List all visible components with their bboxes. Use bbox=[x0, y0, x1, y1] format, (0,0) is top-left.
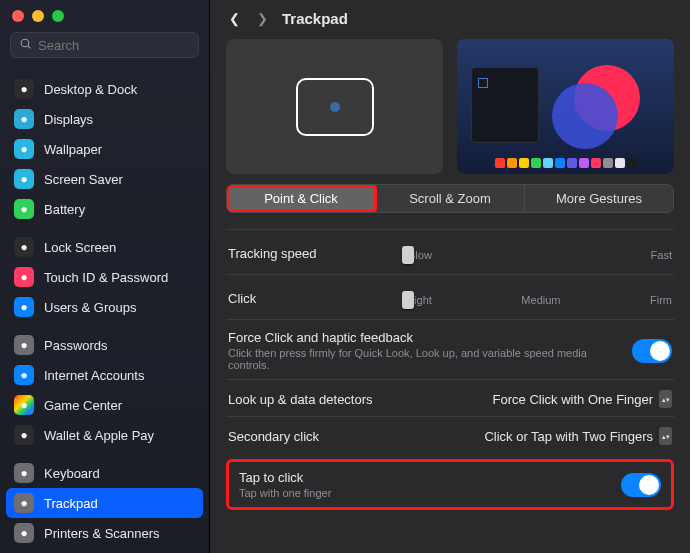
keyboard-icon: ● bbox=[14, 463, 34, 483]
sidebar-item-lock-screen[interactable]: ●Lock Screen bbox=[6, 232, 203, 262]
click-label: Click bbox=[228, 291, 398, 306]
lookup-value: Force Click with One Finger bbox=[493, 392, 653, 407]
users-icon: ● bbox=[14, 297, 34, 317]
wallpaper-icon: ● bbox=[14, 139, 34, 159]
sidebar-item-label: Wallet & Apple Pay bbox=[44, 428, 154, 443]
sidebar: ●Desktop & Dock●Displays●Wallpaper●Scree… bbox=[0, 0, 210, 553]
trackpad-icon: ● bbox=[14, 493, 34, 513]
sidebar-item-label: Trackpad bbox=[44, 496, 98, 511]
sidebar-item-battery[interactable]: ●Battery bbox=[6, 194, 203, 224]
force-click-label: Force Click and haptic feedback bbox=[228, 330, 413, 345]
tab-bar: Point & ClickScroll & ZoomMore Gestures bbox=[226, 184, 674, 213]
click-thumb[interactable] bbox=[402, 291, 414, 309]
tab-scroll-zoom[interactable]: Scroll & Zoom bbox=[376, 185, 525, 212]
sidebar-item-label: Screen Saver bbox=[44, 172, 123, 187]
tap-to-click-toggle[interactable] bbox=[621, 473, 661, 497]
wallpaper-blob-icon bbox=[552, 83, 618, 149]
lock-icon: ● bbox=[14, 237, 34, 257]
svg-point-0 bbox=[21, 39, 29, 47]
topbar: ❮ ❯ Trackpad bbox=[210, 0, 690, 39]
tab-point-click[interactable]: Point & Click bbox=[227, 185, 376, 212]
secondary-click-popup[interactable]: Click or Tap with Two Fingers ▴▾ bbox=[484, 427, 672, 445]
window-mock-icon bbox=[471, 67, 539, 143]
printer-icon: ● bbox=[14, 523, 34, 543]
secondary-click-value: Click or Tap with Two Fingers bbox=[484, 429, 653, 444]
click-row: Click Light Medium Firm bbox=[226, 274, 674, 319]
search-input[interactable] bbox=[38, 38, 190, 53]
sidebar-item-label: Displays bbox=[44, 112, 93, 127]
forward-button[interactable]: ❯ bbox=[254, 11, 270, 26]
sidebar-item-label: Printers & Scanners bbox=[44, 526, 160, 541]
battery-icon: ● bbox=[14, 199, 34, 219]
wallet-icon: ● bbox=[14, 425, 34, 445]
secondary-click-label: Secondary click bbox=[228, 429, 398, 444]
minimize-window-button[interactable] bbox=[32, 10, 44, 22]
sidebar-item-users-groups[interactable]: ●Users & Groups bbox=[6, 292, 203, 322]
click-mid-label: Medium bbox=[521, 294, 560, 306]
accent-swatch bbox=[567, 158, 577, 168]
desktop-dock-icon: ● bbox=[14, 79, 34, 99]
sidebar-item-label: Passwords bbox=[44, 338, 108, 353]
touchid-icon: ● bbox=[14, 267, 34, 287]
accent-swatch bbox=[555, 158, 565, 168]
tap-to-click-row: Tap to click Tap with one finger bbox=[226, 459, 674, 510]
search-field[interactable] bbox=[10, 32, 199, 58]
internet-icon: ● bbox=[14, 365, 34, 385]
tracking-speed-row: Tracking speed Slow Fast bbox=[226, 229, 674, 274]
sidebar-item-touch-id-password[interactable]: ●Touch ID & Password bbox=[6, 262, 203, 292]
displays-icon: ● bbox=[14, 109, 34, 129]
lookup-popup[interactable]: Force Click with One Finger ▴▾ bbox=[493, 390, 672, 408]
window-controls bbox=[0, 0, 209, 28]
screensaver-icon: ● bbox=[14, 169, 34, 189]
tracking-speed-thumb[interactable] bbox=[402, 246, 414, 264]
back-button[interactable]: ❮ bbox=[226, 11, 242, 26]
sidebar-item-printers-scanners[interactable]: ●Printers & Scanners bbox=[6, 518, 203, 548]
accent-swatch bbox=[591, 158, 601, 168]
force-click-row: Force Click and haptic feedback Click th… bbox=[226, 319, 674, 379]
trackpad-glyph bbox=[296, 78, 374, 136]
accent-swatch bbox=[627, 158, 637, 168]
tab-more-gestures[interactable]: More Gestures bbox=[525, 185, 673, 212]
main-pane: ❮ ❯ Trackpad Point & ClickScroll & ZoomM… bbox=[210, 0, 690, 553]
trackpad-preview bbox=[226, 39, 443, 174]
sidebar-item-label: Lock Screen bbox=[44, 240, 116, 255]
accent-swatch bbox=[507, 158, 517, 168]
sidebar-item-label: Internet Accounts bbox=[44, 368, 144, 383]
force-click-sub: Click then press firmly for Quick Look, … bbox=[228, 347, 608, 371]
tap-to-click-label: Tap to click bbox=[239, 470, 303, 485]
accent-swatch bbox=[579, 158, 589, 168]
sidebar-item-screen-saver[interactable]: ●Screen Saver bbox=[6, 164, 203, 194]
svg-line-1 bbox=[28, 46, 30, 48]
accent-swatch bbox=[531, 158, 541, 168]
page-title: Trackpad bbox=[282, 10, 348, 27]
preview-row bbox=[226, 39, 674, 174]
maximize-window-button[interactable] bbox=[52, 10, 64, 22]
accent-swatch bbox=[543, 158, 553, 168]
sidebar-item-label: Wallpaper bbox=[44, 142, 102, 157]
force-click-toggle[interactable] bbox=[632, 339, 672, 363]
sidebar-item-keyboard[interactable]: ●Keyboard bbox=[6, 458, 203, 488]
content: Point & ClickScroll & ZoomMore Gestures … bbox=[210, 39, 690, 553]
accent-swatch bbox=[615, 158, 625, 168]
sidebar-item-passwords[interactable]: ●Passwords bbox=[6, 330, 203, 360]
key-icon: ● bbox=[14, 335, 34, 355]
sidebar-item-label: Desktop & Dock bbox=[44, 82, 137, 97]
accent-swatches bbox=[457, 158, 674, 168]
updown-icon: ▴▾ bbox=[659, 390, 672, 408]
sidebar-item-displays[interactable]: ●Displays bbox=[6, 104, 203, 134]
sidebar-item-internet-accounts[interactable]: ●Internet Accounts bbox=[6, 360, 203, 390]
tap-to-click-sub: Tap with one finger bbox=[239, 487, 621, 499]
sidebar-item-label: Keyboard bbox=[44, 466, 100, 481]
sidebar-item-wallet-apple-pay[interactable]: ●Wallet & Apple Pay bbox=[6, 420, 203, 450]
search-icon bbox=[19, 37, 32, 53]
accent-swatch bbox=[603, 158, 613, 168]
close-window-button[interactable] bbox=[12, 10, 24, 22]
sidebar-item-game-center[interactable]: ●Game Center bbox=[6, 390, 203, 420]
tracking-speed-label: Tracking speed bbox=[228, 246, 398, 261]
sidebar-item-label: Touch ID & Password bbox=[44, 270, 168, 285]
sidebar-item-trackpad[interactable]: ●Trackpad bbox=[6, 488, 203, 518]
sidebar-nav: ●Desktop & Dock●Displays●Wallpaper●Scree… bbox=[0, 66, 209, 553]
sidebar-item-wallpaper[interactable]: ●Wallpaper bbox=[6, 134, 203, 164]
lookup-row: Look up & data detectors Force Click wit… bbox=[226, 379, 674, 416]
sidebar-item-desktop-dock[interactable]: ●Desktop & Dock bbox=[6, 74, 203, 104]
